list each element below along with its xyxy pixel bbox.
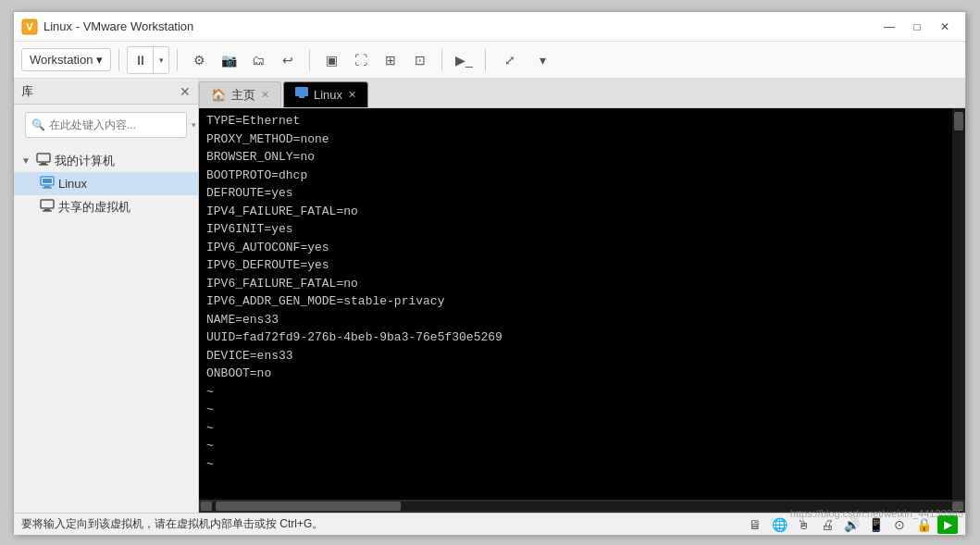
sidebar-header: 库 ✕ bbox=[14, 79, 198, 105]
sidebar-close-button[interactable]: ✕ bbox=[180, 84, 191, 99]
status-hint-text: 要将输入定向到该虚拟机，请在虚拟机内部单击或按 Ctrl+G。 bbox=[21, 516, 323, 532]
search-dropdown-icon[interactable]: ▾ bbox=[192, 120, 196, 130]
toolbar-separator-2 bbox=[177, 49, 178, 71]
workstation-label: Workstation bbox=[30, 53, 93, 67]
vm-send-btn[interactable]: 🖥 bbox=[745, 515, 765, 534]
linux-tab-icon bbox=[295, 87, 308, 103]
terminal-line: DEVICE=ens33 bbox=[206, 347, 945, 365]
terminal-line: ~ bbox=[206, 455, 945, 474]
terminal-line: UUID=fad72fd9-276b-4beb-9ba3-76e5f30e526… bbox=[206, 328, 945, 347]
send-ctrl-dropdown-icon: ▾ bbox=[540, 53, 546, 68]
network-icon-btn[interactable]: 🌐 bbox=[769, 515, 789, 534]
linux-tab-label: Linux bbox=[314, 88, 342, 102]
view-toolbar-group: ▣ ⛶ ⊞ ⊡ bbox=[317, 47, 434, 73]
snapshot-button[interactable]: 📷 bbox=[215, 47, 242, 73]
terminal-icon: ▶_ bbox=[455, 53, 473, 68]
snapshot-manager-icon: 🗂 bbox=[252, 53, 265, 68]
terminal-line: ~ bbox=[206, 401, 945, 419]
vm-settings-button[interactable]: ⚙ bbox=[185, 47, 213, 73]
terminal-line: BROWSER_ONLY=no bbox=[206, 148, 945, 167]
svg-text:V: V bbox=[26, 21, 33, 32]
normal-view-icon: ▣ bbox=[326, 53, 338, 68]
terminal[interactable]: TYPE=EthernetPROXY_METHOD=noneBROWSER_ON… bbox=[199, 108, 952, 500]
sidebar: 库 ✕ 🔍 ▾ ▼ bbox=[14, 79, 199, 513]
pause-icon: ⏸ bbox=[134, 53, 147, 68]
vm-icon-linux bbox=[40, 175, 55, 192]
scroll-left-btn[interactable] bbox=[201, 502, 212, 511]
terminal-line: ~ bbox=[206, 437, 945, 455]
snapshot-icon: 📷 bbox=[221, 53, 237, 68]
toolbar: Workstation ▾ ⏸ ▾ ⚙ 📷 🗂 bbox=[14, 42, 965, 79]
close-button[interactable]: ✕ bbox=[932, 18, 958, 36]
terminal-line: PROXY_METHOD=none bbox=[206, 130, 945, 149]
vertical-scrollbar[interactable] bbox=[952, 108, 965, 500]
pause-dropdown-arrow: ▾ bbox=[159, 56, 164, 65]
terminal-button[interactable]: ▶_ bbox=[450, 47, 478, 73]
terminal-line: IPV6_DEFROUTE=yes bbox=[206, 256, 945, 275]
toolbar-separator-1 bbox=[118, 49, 119, 71]
content-area: 🏠 主页 ✕ Linux ✕ bbox=[199, 79, 965, 513]
sidebar-item-label-shared-vms: 共享的虚拟机 bbox=[58, 199, 130, 216]
maximize-button[interactable]: □ bbox=[904, 18, 930, 36]
window-title: Linux - VMware Workstation bbox=[43, 19, 193, 33]
terminal-line: ONBOOT=no bbox=[206, 365, 945, 383]
terminal-line: DEFROUTE=yes bbox=[206, 184, 945, 203]
sidebar-item-shared-vms[interactable]: 共享的虚拟机 bbox=[14, 195, 198, 218]
view-button[interactable]: ⊡ bbox=[406, 47, 434, 73]
workstation-menu-button[interactable]: Workstation ▾ bbox=[21, 48, 111, 71]
tab-strip: 🏠 主页 ✕ Linux ✕ bbox=[199, 79, 965, 108]
sidebar-item-my-computer[interactable]: ▼ 我的计算机 bbox=[14, 149, 198, 172]
expand-icon: ▼ bbox=[21, 155, 32, 166]
title-bar: V Linux - VMware Workstation — □ ✕ bbox=[14, 12, 965, 42]
sidebar-title: 库 bbox=[21, 83, 33, 100]
pause-button-group[interactable]: ⏸ ▾ bbox=[127, 46, 169, 74]
minimize-button[interactable]: — bbox=[876, 18, 902, 36]
sidebar-item-linux[interactable]: Linux bbox=[14, 172, 198, 195]
tab-linux[interactable]: Linux ✕ bbox=[283, 81, 368, 107]
settings-icon: ⚙ bbox=[193, 53, 205, 68]
shared-vms-icon bbox=[40, 198, 55, 216]
revert-button[interactable]: ↩ bbox=[274, 47, 302, 73]
computer-icon bbox=[36, 152, 51, 169]
svg-rect-13 bbox=[299, 96, 304, 98]
snapshot-manager-button[interactable]: 🗂 bbox=[244, 47, 272, 73]
send-ctrl-icon: ⤢ bbox=[504, 53, 515, 68]
full-screen-button[interactable]: ⛶ bbox=[347, 47, 375, 73]
full-screen-icon: ⛶ bbox=[354, 53, 367, 68]
window-controls: — □ ✕ bbox=[876, 18, 958, 36]
sidebar-tree: ▼ 我的计算机 bbox=[14, 145, 198, 513]
terminal-line: ~ bbox=[206, 383, 945, 402]
sidebar-search-box[interactable]: 🔍 ▾ bbox=[25, 112, 187, 138]
toolbar-separator-5 bbox=[485, 49, 486, 71]
hscroll-thumb[interactable] bbox=[216, 502, 401, 511]
scrollbar-thumb-vertical[interactable] bbox=[954, 112, 963, 130]
main-window: V Linux - VMware Workstation — □ ✕ Works… bbox=[13, 11, 966, 534]
sidebar-item-label-linux: Linux bbox=[58, 177, 87, 191]
tab-home[interactable]: 🏠 主页 ✕ bbox=[199, 81, 281, 107]
vm-toolbar-group: ⚙ 📷 🗂 ↩ bbox=[185, 47, 302, 73]
terminal-line: BOOTPROTO=dhcp bbox=[206, 167, 945, 185]
toolbar-separator-4 bbox=[441, 49, 442, 71]
active-green-icon: ▶ bbox=[944, 518, 952, 531]
terminal-line: IPV6_AUTOCONF=yes bbox=[206, 239, 945, 257]
home-tab-close[interactable]: ✕ bbox=[261, 89, 269, 101]
linux-tab-close[interactable]: ✕ bbox=[348, 89, 356, 101]
send-ctrl-alt-del-button[interactable]: ⤢ bbox=[493, 47, 527, 73]
pause-dropdown-button[interactable]: ▾ bbox=[154, 47, 168, 73]
send-ctrl-group: ⤢ ▾ bbox=[493, 47, 556, 73]
watermark: https://blog.csdn.net/weixin_44138985 bbox=[790, 508, 963, 519]
search-input[interactable] bbox=[49, 118, 188, 131]
terminal-line: ~ bbox=[206, 419, 945, 438]
workstation-dropdown-icon: ▾ bbox=[96, 53, 103, 67]
svg-rect-9 bbox=[41, 200, 54, 208]
svg-rect-2 bbox=[37, 154, 50, 162]
normal-view-button[interactable]: ▣ bbox=[317, 47, 345, 73]
unity-icon: ⊞ bbox=[385, 53, 396, 68]
view-icon: ⊡ bbox=[415, 53, 426, 68]
unity-button[interactable]: ⊞ bbox=[377, 47, 404, 73]
title-bar-left: V Linux - VMware Workstation bbox=[21, 19, 193, 35]
pause-button[interactable]: ⏸ bbox=[128, 47, 154, 73]
send-ctrl-dropdown-button[interactable]: ▾ bbox=[528, 47, 556, 73]
terminal-wrapper: TYPE=EthernetPROXY_METHOD=noneBROWSER_ON… bbox=[199, 108, 965, 513]
svg-rect-8 bbox=[43, 179, 52, 183]
